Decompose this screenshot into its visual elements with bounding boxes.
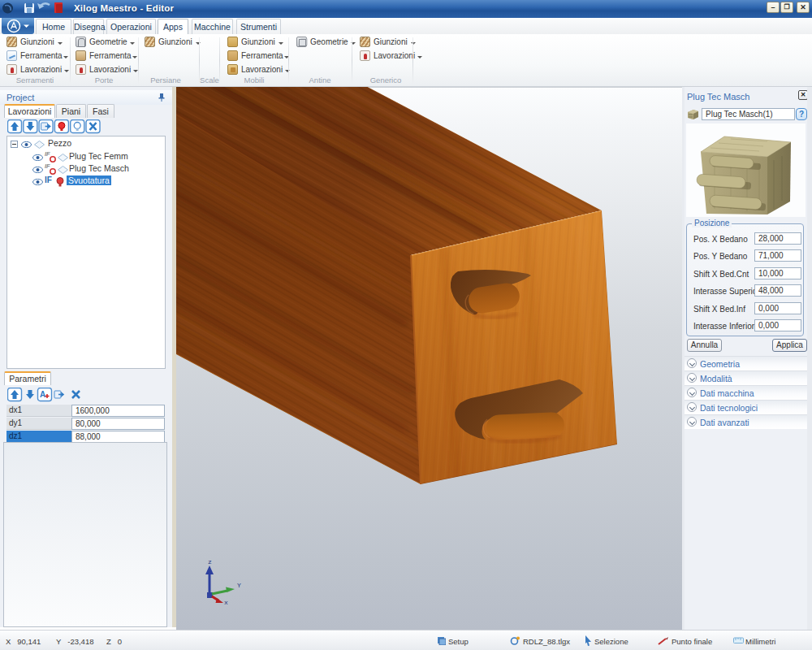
svg-text:A: A [40,390,45,399]
svg-text:x: x [224,599,228,606]
svg-text:z: z [208,558,212,566]
svg-text:Y: Y [237,582,241,589]
